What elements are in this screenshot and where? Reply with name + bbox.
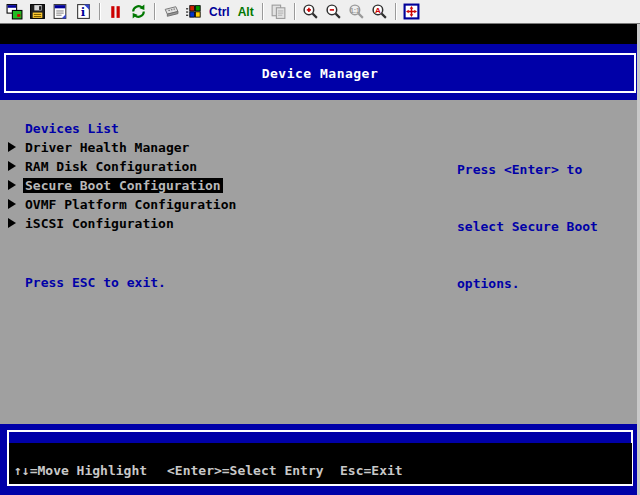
toolbar-separator [262,3,263,20]
title-box: Device Manager [4,53,636,93]
menu-item-label: Secure Boot Configuration [23,178,223,193]
connection-info-button[interactable]: i [72,1,95,23]
submenu-arrow-icon [8,180,16,190]
zoom-100-button: 1:1 [345,1,368,23]
screen-top-margin [0,24,637,44]
svg-text:A: A [375,6,381,15]
help-line: options. [457,274,598,293]
item-help-text: Press <Enter> to select Secure Boot opti… [457,122,598,331]
menu-header: Devices List [25,121,119,136]
zoom-in-button[interactable] [299,1,322,23]
svg-text:1:1: 1:1 [350,7,360,14]
new-connection-icon [6,3,23,20]
windows-logo-icon [185,3,202,20]
submenu-arrow-icon [8,218,16,228]
new-connection-button[interactable] [3,1,26,23]
zoom-out-icon [325,3,342,20]
tightvnc-viewer-window: i [0,0,640,495]
menu-item-ovmf-platform-configuration[interactable]: OVMF Platform Configuration [0,197,460,212]
zoom-100-icon: 1:1 [348,3,365,20]
zoom-auto-button[interactable]: A [368,1,391,23]
file-transfer-icon [270,3,287,20]
footer-band: ↑↓=Move Highlight <Enter>=Select Entry E… [0,424,637,495]
menu-item-ram-disk-configuration[interactable]: RAM Disk Configuration [0,159,460,174]
hint-move-highlight: ↑↓=Move Highlight [14,463,147,478]
help-line: Press <Enter> to [457,160,598,179]
vnc-display[interactable]: Device Manager Devices List Driver Healt… [0,24,640,495]
page-title: Device Manager [262,66,379,81]
hint-select-entry: <Enter>=Select Entry [167,463,324,478]
menu-item-secure-boot-configuration[interactable]: Secure Boot Configuration [0,178,460,193]
submenu-arrow-icon [8,199,16,209]
save-session-button[interactable] [26,1,49,23]
help-line: select Secure Boot [457,217,598,236]
full-screen-button[interactable] [400,1,423,23]
info-icon: i [75,3,92,20]
zoom-auto-icon: A [371,3,388,20]
menu-item-label: RAM Disk Configuration [23,159,199,174]
ctrl-esc-button[interactable] [182,1,205,23]
submenu-arrow-icon [8,161,16,171]
alt-key-button[interactable]: Alt [234,1,258,23]
key-hints-bar: ↑↓=Move Highlight <Enter>=Select Entry E… [9,443,632,484]
zoom-out-button[interactable] [322,1,345,23]
save-icon [29,3,46,20]
menu-item-label: Driver Health Manager [23,140,191,155]
toolbar: i [0,0,640,24]
form-area: Devices List Driver Health Manager RAM D… [0,100,637,424]
options-icon [52,3,69,20]
firmware-screen: Device Manager Devices List Driver Healt… [0,24,637,495]
toolbar-separator [99,3,100,20]
svg-text:i: i [81,5,86,19]
hint-esc-exit: Esc=Exit [340,463,403,478]
title-band: Device Manager [0,44,637,100]
ctrl-alt-del-button[interactable] [159,1,182,23]
pause-button[interactable] [104,1,127,23]
options-button[interactable] [49,1,72,23]
refresh-icon [130,3,147,20]
toolbar-separator [395,3,396,20]
refresh-button[interactable] [127,1,150,23]
submenu-arrow-icon [8,142,16,152]
keyboard-icon [162,3,179,20]
toolbar-separator [294,3,295,20]
menu-item-iscsi-configuration[interactable]: iSCSI Configuration [0,216,460,231]
menu-item-driver-health-manager[interactable]: Driver Health Manager [0,140,460,155]
esc-exit-hint: Press ESC to exit. [25,275,166,290]
toolbar-separator [154,3,155,20]
file-transfer-button [267,1,290,23]
ctrl-key-button[interactable]: Ctrl [205,1,234,23]
menu-item-label: iSCSI Configuration [23,216,176,231]
footer-box: ↑↓=Move Highlight <Enter>=Select Entry E… [7,430,633,486]
zoom-in-icon [302,3,319,20]
full-screen-icon [403,3,420,20]
pause-icon [107,3,124,20]
menu-item-label: OVMF Platform Configuration [23,197,238,212]
